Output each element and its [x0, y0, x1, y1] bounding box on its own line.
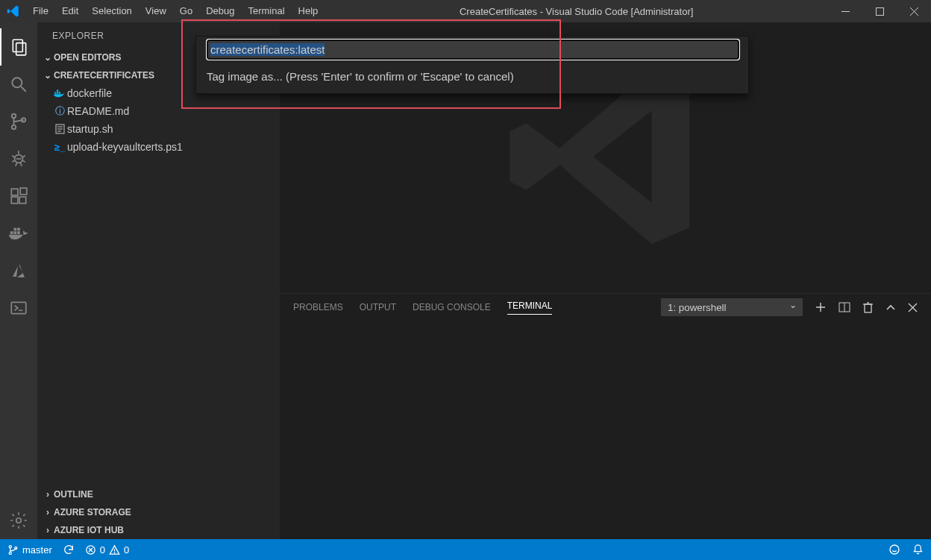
file-icon [52, 124, 67, 134]
docker-icon[interactable] [0, 215, 37, 252]
svg-point-43 [9, 552, 11, 554]
bell-icon[interactable] [912, 544, 924, 556]
azure-storage-section[interactable]: ›AZURE STORAGE [37, 503, 280, 521]
svg-rect-22 [10, 231, 13, 234]
svg-rect-23 [14, 231, 17, 234]
chevron-down-icon: ⌄ [42, 52, 54, 63]
sidebar: EXPLORER ⌄OPEN EDITORS ⌄CREATECERTIFICAT… [37, 22, 280, 539]
file-readme[interactable]: ⓘ README.md [37, 102, 280, 120]
file-label: dockerfile [67, 87, 112, 99]
vscode-icon [0, 4, 26, 18]
menu-go[interactable]: Go [173, 0, 199, 22]
azure-iot-section[interactable]: ›AZURE IOT HUB [37, 521, 280, 539]
file-label: README.md [67, 105, 129, 117]
svg-rect-19 [11, 197, 18, 204]
docker-file-icon [52, 88, 67, 98]
file-upload-ps1[interactable]: ≥_ upload-keyvaultcerts.ps1 [37, 138, 280, 156]
svg-rect-29 [54, 92, 56, 93]
svg-line-13 [12, 160, 14, 162]
file-label: startup.sh [67, 123, 113, 135]
new-terminal-icon[interactable] [815, 301, 827, 313]
debug-icon[interactable] [0, 140, 37, 177]
svg-rect-39 [865, 304, 871, 312]
svg-rect-1 [876, 7, 883, 15]
svg-rect-25 [14, 228, 17, 231]
tab-output[interactable]: OUTPUT [360, 302, 396, 312]
svg-point-47 [114, 552, 115, 553]
close-button[interactable] [897, 0, 931, 22]
minimize-button[interactable] [828, 0, 862, 22]
chevron-right-icon: › [42, 489, 54, 500]
quick-input-hint: Tag image as... (Press 'Enter' to confir… [196, 63, 748, 93]
menu-view[interactable]: View [139, 0, 173, 22]
source-control-icon[interactable] [0, 103, 37, 140]
menu-debug[interactable]: Debug [199, 0, 241, 22]
svg-rect-2 [13, 40, 22, 51]
settings-icon[interactable] [0, 502, 37, 539]
menu-edit[interactable]: Edit [55, 0, 85, 22]
sync-button[interactable] [63, 544, 75, 556]
svg-point-6 [12, 114, 16, 118]
status-bar: master 0 0 [0, 539, 931, 560]
svg-rect-24 [17, 231, 20, 234]
menu-selection[interactable]: Selection [85, 0, 138, 22]
svg-line-5 [21, 86, 26, 92]
svg-line-16 [20, 163, 22, 166]
svg-point-7 [12, 125, 16, 129]
terminal-select[interactable]: 1: powershell [661, 298, 803, 316]
azure-icon[interactable] [0, 252, 37, 289]
close-panel-icon[interactable] [908, 303, 918, 312]
outline-section[interactable]: ›OUTLINE [37, 485, 280, 503]
explorer-icon[interactable] [0, 28, 37, 66]
azure-storage-label: AZURE STORAGE [54, 507, 131, 517]
svg-point-48 [890, 545, 899, 554]
project-label: CREATECERTIFICATES [54, 70, 154, 81]
split-terminal-icon[interactable] [838, 301, 850, 313]
azure-iot-label: AZURE IOT HUB [54, 525, 124, 535]
git-branch[interactable]: master [7, 544, 52, 556]
tab-terminal[interactable]: TERMINAL [507, 301, 553, 315]
feedback-icon[interactable] [888, 544, 900, 556]
svg-rect-32 [57, 89, 58, 91]
tab-debug-console[interactable]: DEBUG CONSOLE [413, 302, 491, 312]
terminal-select-wrap: 1: powershell [661, 298, 803, 316]
svg-line-15 [16, 163, 17, 166]
maximize-button[interactable] [862, 0, 897, 22]
tag-image-input[interactable] [207, 40, 739, 60]
panel-tabs: PROBLEMS OUTPUT DEBUG CONSOLE TERMINAL 1… [280, 294, 931, 321]
open-editors-label: OPEN EDITORS [54, 52, 121, 63]
title-bar: File Edit Selection View Go Debug Termin… [0, 0, 931, 22]
editor-area: PROBLEMS OUTPUT DEBUG CONSOLE TERMINAL 1… [280, 22, 931, 539]
window-controls [828, 0, 931, 22]
menu-help[interactable]: Help [292, 0, 325, 22]
file-startup[interactable]: startup.sh [37, 120, 280, 138]
menu-file[interactable]: File [26, 0, 55, 22]
tab-problems[interactable]: PROBLEMS [293, 302, 343, 312]
svg-line-12 [22, 156, 25, 157]
warnings-count: 0 [124, 544, 129, 556]
search-icon[interactable] [0, 66, 37, 103]
menu-bar: File Edit Selection View Go Debug Termin… [26, 0, 325, 22]
panel: PROBLEMS OUTPUT DEBUG CONSOLE TERMINAL 1… [280, 293, 931, 539]
svg-rect-21 [20, 188, 27, 195]
chevron-up-icon[interactable] [885, 302, 896, 312]
menu-terminal[interactable]: Terminal [241, 0, 291, 22]
svg-line-11 [12, 156, 14, 157]
trash-icon[interactable] [862, 301, 874, 313]
extensions-icon[interactable] [0, 177, 37, 215]
activity-bar [0, 22, 37, 539]
svg-rect-30 [57, 92, 58, 93]
file-label: upload-keyvaultcerts.ps1 [67, 141, 183, 153]
svg-point-42 [9, 545, 11, 547]
problems-status[interactable]: 0 0 [85, 544, 129, 556]
branch-label: master [22, 544, 52, 556]
svg-rect-18 [11, 189, 18, 195]
powershell-file-icon: ≥_ [52, 142, 67, 153]
chevron-down-icon: ⌄ [42, 70, 54, 81]
window-title: CreateCertificates - Visual Studio Code … [325, 6, 828, 17]
svg-rect-26 [17, 228, 20, 231]
quick-input: Tag image as... (Press 'Enter' to confir… [195, 36, 749, 94]
errors-count: 0 [100, 544, 105, 556]
powershell-icon[interactable] [0, 289, 37, 327]
svg-rect-0 [841, 11, 850, 12]
